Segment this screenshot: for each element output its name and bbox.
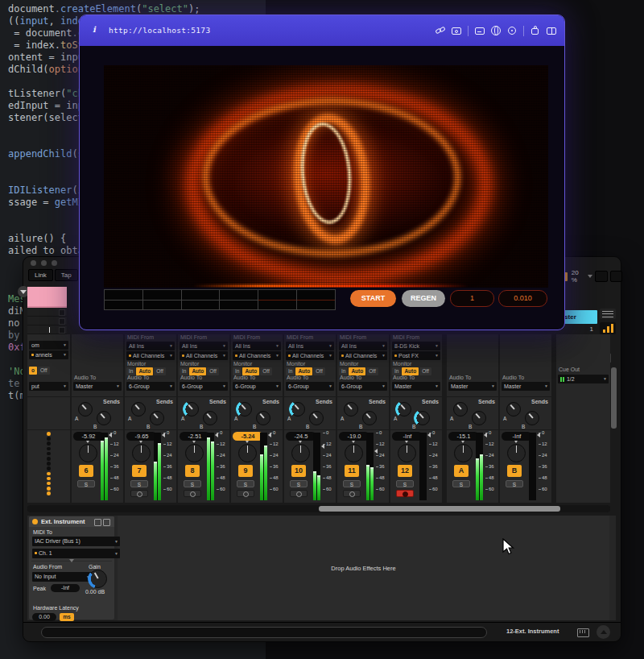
device-view-selector[interactable] (597, 625, 610, 639)
send-a-knob[interactable] (131, 402, 146, 417)
gain-knob[interactable] (89, 570, 107, 588)
midi-from-select[interactable]: All Ins▼ (126, 342, 175, 350)
midi-from-select[interactable]: All Ins▼ (286, 342, 334, 350)
midi-channel-select[interactable]: Ch. 1▼ (32, 549, 120, 558)
grid-cell[interactable] (143, 289, 182, 310)
audio-to-select[interactable]: 6-Group▼ (233, 382, 281, 391)
arm-button[interactable] (290, 490, 308, 497)
regen-button[interactable]: REGEN (402, 290, 445, 307)
volume-value[interactable]: -Inf (502, 432, 532, 441)
volume-value[interactable]: -Inf (392, 432, 423, 441)
quantization-value[interactable]: 20 % (570, 269, 585, 284)
track-activator-B[interactable]: B (507, 465, 522, 477)
url-bar[interactable]: http://localhost:5173 (109, 26, 210, 35)
volume-value[interactable]: -5.92 (73, 432, 104, 441)
device-scroll-pill[interactable] (41, 627, 487, 638)
track-activator-7[interactable]: 7 (132, 465, 147, 477)
send-b-knob[interactable] (97, 411, 111, 425)
wrench-icon[interactable] (94, 519, 101, 526)
crosshair-icon[interactable] (507, 26, 517, 35)
visualization-canvas[interactable] (104, 65, 548, 288)
audio-from-select[interactable]: No Input▼ (32, 572, 92, 582)
scene-menu-icon[interactable] (600, 309, 616, 319)
horizontal-scrollbar-track[interactable] (27, 505, 610, 512)
pan-knob[interactable] (79, 444, 97, 462)
meter-marker[interactable] (162, 433, 165, 437)
meter-marker[interactable] (321, 444, 324, 449)
track-activator-A[interactable]: A (454, 465, 469, 477)
arm-button[interactable] (130, 490, 148, 497)
solo-button[interactable]: S (130, 480, 148, 487)
midi-from-select[interactable]: om▼ (29, 341, 68, 350)
send-a-knob[interactable] (78, 402, 93, 417)
grid-cell[interactable] (182, 289, 221, 310)
audio-to-select[interactable]: Master▼ (73, 382, 122, 391)
start-button[interactable]: START (350, 290, 396, 307)
send-b-knob[interactable] (256, 411, 270, 425)
midi-channel-select[interactable]: annels▼ (29, 350, 68, 359)
follow-button[interactable] (610, 271, 622, 282)
send-a-knob[interactable] (453, 402, 468, 417)
volume-value[interactable]: -5.24 (233, 432, 263, 441)
audio-to-select[interactable]: 6-Group▼ (286, 382, 334, 391)
globe-icon[interactable] (491, 26, 501, 35)
pan-knob[interactable] (454, 444, 473, 462)
midi-channel-select[interactable]: All Channels▼ (126, 351, 175, 360)
solo-button[interactable]: S (290, 480, 308, 487)
midi-to-select[interactable]: IAC Driver (Bus 1)▼ (32, 537, 120, 546)
narrow-volume-dots[interactable] (47, 432, 51, 495)
draw-mode-button[interactable] (595, 271, 607, 282)
arm-button[interactable] (396, 490, 414, 497)
meter-marker[interactable] (427, 433, 431, 437)
send-a-knob[interactable] (237, 402, 252, 417)
audio-to-select[interactable]: Master▼ (448, 382, 497, 391)
clip-slot[interactable] (27, 308, 67, 317)
arm-button[interactable] (184, 490, 201, 497)
send-b-knob[interactable] (525, 411, 539, 425)
volume-value[interactable]: -19.0 (339, 432, 369, 441)
meter-marker[interactable] (268, 433, 271, 437)
audio-to-select[interactable]: Master▼ (502, 382, 550, 391)
track-activator-11[interactable]: 11 (345, 465, 359, 477)
pan-knob[interactable] (507, 444, 526, 462)
value-field-2[interactable]: 0.010 (498, 290, 547, 307)
send-b-knob[interactable] (150, 411, 164, 425)
send-b-knob[interactable] (203, 411, 217, 425)
audio-to-select[interactable]: 6-Group▼ (339, 382, 387, 391)
send-b-knob[interactable] (472, 411, 486, 425)
meter-marker[interactable] (537, 433, 540, 437)
pan-knob[interactable] (238, 444, 257, 462)
audio-to-select[interactable]: 6-Group▼ (180, 382, 228, 391)
scene-1[interactable]: 1 (582, 325, 593, 333)
send-a-knob[interactable] (184, 402, 199, 417)
pan-knob[interactable] (345, 444, 363, 462)
grid-cell[interactable] (104, 289, 143, 310)
midi-from-select[interactable]: All Ins▼ (233, 342, 281, 350)
solo-button[interactable]: S (506, 480, 523, 487)
volume-value[interactable]: -24.5 (286, 432, 316, 441)
send-b-knob[interactable] (309, 411, 324, 425)
extensions-icon[interactable] (530, 26, 540, 35)
solo-button[interactable]: S (396, 480, 414, 487)
arm-button[interactable] (237, 490, 254, 497)
monitor-off-button[interactable]: Off (366, 367, 378, 375)
midi-from-select[interactable]: 8-DS Kick▼ (392, 342, 440, 350)
grid-cell[interactable] (297, 289, 336, 310)
track-activator-10[interactable]: 10 (291, 465, 306, 477)
meter-marker[interactable] (109, 433, 112, 437)
send-a-knob[interactable] (397, 402, 411, 417)
audio-to-select[interactable]: put▼ (29, 382, 68, 391)
latency-unit-toggle[interactable]: ms (60, 613, 74, 621)
link-icon[interactable] (436, 26, 445, 35)
screenshot-icon[interactable] (452, 26, 461, 35)
browser-titlebar[interactable]: i http://localhost:5173 (80, 15, 564, 46)
volume-value[interactable]: -9.65 (126, 432, 157, 441)
audio-to-select[interactable]: Master▼ (392, 382, 440, 391)
split-view-icon[interactable] (547, 26, 556, 35)
monitor-off-button[interactable]: Off (154, 367, 166, 375)
monitor-auto-button[interactable]: o (29, 367, 37, 375)
audio-to-select[interactable]: 6-Group▼ (126, 382, 175, 391)
midi-channel-select[interactable]: All Channels▼ (339, 351, 387, 360)
midi-channel-select[interactable]: All Channels▼ (286, 351, 334, 360)
terminal-icon[interactable] (475, 26, 485, 35)
